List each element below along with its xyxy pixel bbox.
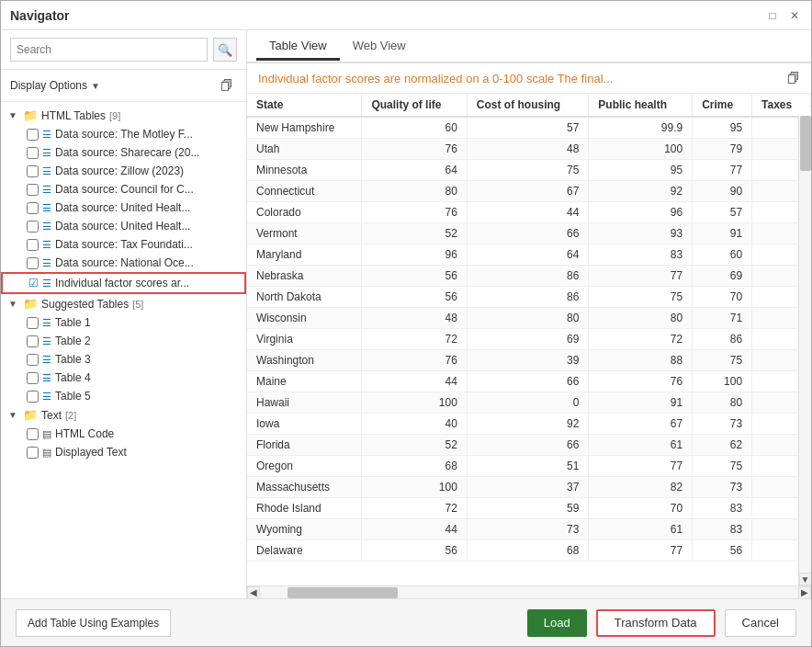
tree-item-zillow[interactable]: ☰ Data source: Zillow (2023)	[1, 162, 246, 180]
table-cell: 72	[589, 329, 693, 350]
item-checkbox-motley[interactable]	[27, 129, 39, 141]
table-cell: 75	[693, 350, 752, 371]
table-cell: 86	[467, 266, 589, 287]
item-label: Data source: National Oce...	[55, 256, 194, 269]
table-icon: ☰	[42, 239, 51, 251]
search-input[interactable]	[10, 38, 208, 62]
table-cell: 77	[693, 160, 752, 181]
copy-icon[interactable]: 🗍	[787, 71, 800, 85]
search-icon-button[interactable]: 🔍	[213, 38, 237, 62]
item-checkbox-unitedhealth1[interactable]	[27, 202, 39, 214]
tree-item-taxfoundation[interactable]: ☰ Data source: Tax Foundati...	[1, 235, 246, 254]
table-row: Hawaii10009180	[247, 392, 811, 414]
table-cell: 86	[467, 287, 589, 308]
table-cell: 100	[362, 477, 467, 498]
scroll-thumb[interactable]	[800, 116, 811, 171]
item-checkbox-nationaloce[interactable]	[27, 257, 39, 269]
table-cell: Wisconsin	[247, 308, 362, 329]
table-cell: Delaware	[247, 540, 362, 562]
scroll-down-arrow[interactable]: ▼	[799, 573, 812, 585]
table-row: Maryland96648360	[247, 244, 811, 266]
tree-item-individual[interactable]: ☑ ☰ Individual factor scores ar...	[1, 272, 246, 294]
tree-item-sharecare[interactable]: ☰ Data source: Sharecare (20...	[1, 143, 246, 162]
tree-item-unitedhealth1[interactable]: ☰ Data source: United Healt...	[1, 199, 246, 217]
add-table-button[interactable]: Add Table Using Examples	[16, 609, 171, 637]
table-cell: 91	[693, 223, 752, 244]
table-col-public-health: Public health	[589, 94, 693, 117]
scroll-right-arrow[interactable]: ▶	[798, 586, 811, 599]
table-cell: Iowa	[247, 414, 362, 435]
table-cell: 37	[467, 477, 589, 498]
close-button[interactable]: ✕	[787, 8, 802, 23]
table-container: StateQuality of lifeCost of housingPubli…	[247, 94, 811, 585]
tree-item-nationaloce[interactable]: ☰ Data source: National Oce...	[1, 254, 246, 272]
scroll-left-arrow[interactable]: ◀	[247, 586, 260, 599]
table-cell: 79	[693, 139, 752, 160]
item-checkbox-displayedtext[interactable]	[27, 447, 39, 459]
table-row: Massachusetts100378273	[247, 477, 811, 498]
tree-item-table5[interactable]: ☰ Table 5	[1, 387, 246, 405]
item-checkbox-table4[interactable]	[27, 372, 39, 384]
table-icon: ☰	[42, 129, 51, 141]
tab-table-view[interactable]: Table View	[256, 33, 340, 61]
tree-item-table3[interactable]: ☰ Table 3	[1, 350, 246, 369]
display-options-label[interactable]: Display Options ▼	[10, 79, 100, 92]
tree-item-displayedtext[interactable]: ▤ Displayed Text	[1, 443, 246, 461]
tab-web-view[interactable]: Web View	[340, 33, 419, 61]
item-checkbox-table3[interactable]	[27, 354, 39, 366]
tree-item-table4[interactable]: ☰ Table 4	[1, 369, 246, 387]
table-cell: 86	[693, 329, 752, 350]
table-cell: 69	[693, 266, 752, 287]
tree-item-council[interactable]: ☰ Data source: Council for C...	[1, 180, 246, 199]
table-cell: 75	[467, 160, 589, 181]
table-cell: 77	[589, 456, 693, 477]
text-icon: ▤	[42, 447, 51, 459]
group-count: [2]	[65, 410, 76, 421]
item-checkbox-htmlcode[interactable]	[27, 428, 39, 440]
table-icon: ☰	[42, 221, 51, 233]
table-cell: 80	[362, 181, 467, 202]
minimize-button[interactable]: □	[765, 8, 780, 23]
new-folder-icon-button[interactable]: 🗍	[217, 75, 237, 96]
group-label: Suggested Tables	[41, 298, 129, 311]
cancel-button[interactable]: Cancel	[725, 609, 796, 637]
h-scroll-thumb[interactable]	[288, 587, 398, 598]
item-checkbox-unitedhealth2[interactable]	[27, 221, 39, 233]
load-button[interactable]: Load	[527, 609, 587, 637]
table-cell: 95	[589, 160, 693, 181]
transform-data-button[interactable]: Transform Data	[596, 609, 716, 637]
table-cell: 77	[589, 266, 693, 287]
table-cell: Maryland	[247, 244, 362, 266]
table-cell: New Hampshire	[247, 117, 362, 139]
table-icon: ☰	[42, 354, 51, 366]
table-cell: 88	[589, 350, 693, 371]
item-label: Data source: United Healt...	[55, 220, 190, 233]
table-cell: 90	[693, 181, 752, 202]
tree-item-table2[interactable]: ☰ Table 2	[1, 332, 246, 350]
table-cell: 56	[693, 540, 752, 562]
table-cell: 76	[362, 350, 467, 371]
item-label: Data source: United Healt...	[55, 201, 190, 214]
folder-icon: 📁	[23, 408, 38, 422]
item-checkbox-taxfoundation[interactable]	[27, 239, 39, 251]
table-cell: Connecticut	[247, 181, 362, 202]
item-checkbox-sharecare[interactable]	[27, 147, 39, 159]
tree-group-header-suggested-tables[interactable]: ▼ 📁 Suggested Tables [5]	[1, 294, 246, 313]
item-checkbox-table5[interactable]	[27, 391, 39, 403]
vertical-scrollbar[interactable]: ▲ ▼	[798, 94, 811, 585]
item-checkbox-table2[interactable]	[27, 335, 39, 347]
tree-item-htmlcode[interactable]: ▤ HTML Code	[1, 425, 246, 443]
tree-group-header-html-tables[interactable]: ▼ 📁 HTML Tables [9]	[1, 106, 246, 125]
table-cell: 62	[693, 435, 752, 456]
tree-item-unitedhealth2[interactable]: ☰ Data source: United Healt...	[1, 217, 246, 235]
scroll-track	[799, 107, 812, 573]
tree-item-motley[interactable]: ☰ Data source: The Motley F...	[1, 125, 246, 143]
tree-group-header-text[interactable]: ▼ 📁 Text [2]	[1, 405, 246, 425]
item-checkbox-table1[interactable]	[27, 317, 39, 329]
table-cell: 100	[693, 371, 752, 392]
window-title: Navigator	[10, 8, 70, 23]
item-checkbox-council[interactable]	[27, 184, 39, 196]
tree-item-table1[interactable]: ☰ Table 1	[1, 313, 246, 332]
item-checkbox-zillow[interactable]	[27, 165, 39, 177]
item-label: Table 2	[55, 335, 91, 347]
